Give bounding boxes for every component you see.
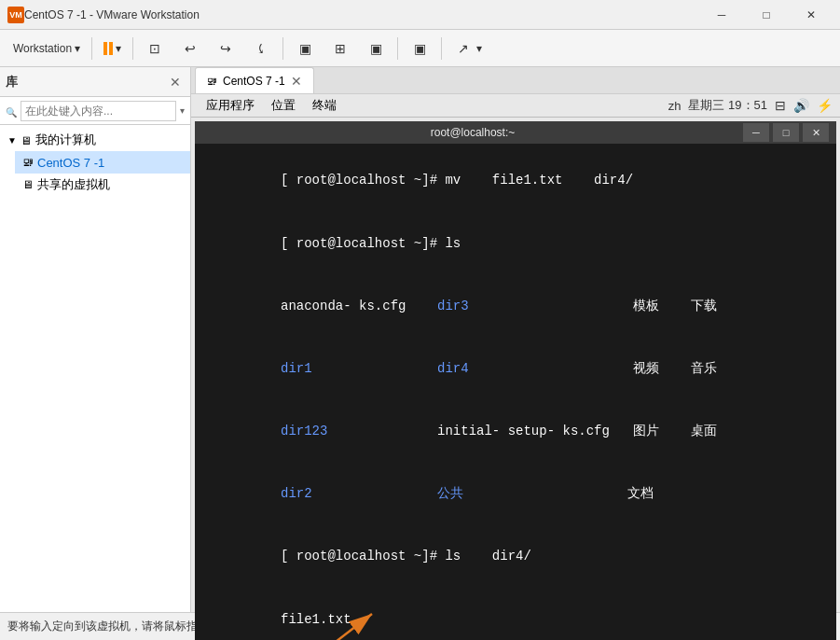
vm-area: 🖳 CentOS 7 -1 ✕ 应用程序 位置 终端 zh 星期三 19：51 … (191, 67, 840, 612)
sidebar-search-input[interactable] (21, 101, 176, 121)
shared-icon: 🖥 (22, 178, 34, 191)
terminal-content[interactable]: [ root@localhost ~]# mv file1.txt dir4/ … (195, 144, 836, 640)
sidebar-title: 库 (6, 74, 18, 90)
workstation-menu[interactable]: Workstation ▾ (7, 34, 86, 63)
term-line-5: dir123 initial- setup- ks.cfg 图片 桌面 (202, 400, 829, 463)
view-unity-button[interactable]: ⊞ (324, 34, 356, 63)
enter-fullscreen-dropdown: ▾ (476, 42, 482, 55)
term-line-2: [ root@localhost ~]# ls (202, 212, 829, 274)
terminal-maximize-btn[interactable]: □ (773, 123, 799, 142)
fullscreen-icon: ▣ (295, 38, 315, 59)
terminal-window[interactable]: root@localhost:~ ─ □ ✕ [ root@localhost … (195, 121, 836, 640)
tab-vm-icon: 🖳 (207, 76, 217, 87)
toolbar-separator-4 (397, 37, 398, 60)
sidebar: 库 ✕ ▾ ▼ 我的计算机 🖳 CentOS 7 -1 🖥 共享的虚拟机 (0, 67, 191, 612)
term-line-7: [ root@localhost ~]# ls dir4/ (202, 525, 829, 588)
terminal-close-btn[interactable]: ✕ (803, 123, 829, 142)
workstation-dropdown-icon: ▾ (75, 42, 80, 55)
minimize-button[interactable]: ─ (700, 0, 743, 30)
send-ctrlaltdel-button[interactable]: ⊡ (139, 34, 171, 63)
view-fullscreen-button[interactable]: ▣ (289, 34, 321, 63)
expand-icon: ▼ (7, 135, 17, 146)
pause-dropdown-icon: ▾ (116, 42, 121, 55)
vm-datetime: 星期三 19：51 (688, 97, 767, 114)
term-line-4: dir1 dir4 视频 音乐 (202, 338, 829, 400)
monitor-icon (21, 133, 32, 147)
term-line-8: file1.txt (202, 588, 829, 640)
terminal-titlebar: root@localhost:~ ─ □ ✕ (195, 121, 836, 144)
unity-icon: ⊞ (330, 38, 351, 59)
vm-menu-apps[interactable]: 应用程序 (199, 94, 262, 117)
enter-fullscreen-icon: ↗ (453, 38, 474, 59)
view-icon: ▣ (365, 38, 386, 59)
network-icon: ⊟ (775, 98, 786, 113)
sidebar-search-bar: ▾ (0, 97, 190, 125)
view-button[interactable]: ▣ (360, 34, 392, 63)
maximize-button[interactable]: □ (745, 0, 788, 30)
sidebar-item-my-computer[interactable]: ▼ 我的计算机 (0, 129, 190, 151)
my-computer-label: 我的计算机 (35, 132, 96, 148)
search-icon (6, 103, 17, 119)
manage-snapshots-button[interactable]: ⤹ (245, 34, 277, 63)
vm-icon: 🖳 (22, 156, 34, 169)
term-line-1: [ root@localhost ~]# mv file1.txt dir4/ (202, 149, 829, 212)
toolbar-separator-3 (282, 37, 283, 60)
shared-vms-label: 共享的虚拟机 (37, 176, 110, 193)
manage-snapshot-icon: ⤹ (251, 38, 271, 59)
tab-bar: 🖳 CentOS 7 -1 ✕ (191, 67, 840, 94)
window-controls: ─ □ ✕ (700, 0, 833, 30)
volume-icon: 🔊 (793, 98, 809, 113)
snapshot-icon: ↪ (215, 38, 236, 59)
main-container: 库 ✕ ▾ ▼ 我的计算机 🖳 CentOS 7 -1 🖥 共享的虚拟机 (0, 67, 840, 612)
console-icon: ▣ (409, 38, 430, 59)
enter-fullscreen-button[interactable]: ↗ ▾ (448, 34, 488, 63)
close-button[interactable]: ✕ (790, 0, 833, 30)
vm-menu-location[interactable]: 位置 (264, 94, 303, 117)
pause-button[interactable]: ▾ (98, 34, 127, 63)
term-line-6: dir2 公共 文档 (202, 463, 829, 525)
terminal-title-text: root@localhost:~ (202, 126, 743, 139)
toolbar-separator-1 (91, 37, 92, 60)
power-icon: ⚡ (817, 98, 833, 113)
workstation-label: Workstation (13, 42, 72, 55)
title-bar-text: CentOS 7 -1 - VMware Workstation (24, 8, 700, 21)
toolbar-separator-5 (441, 37, 442, 60)
tab-close-icon[interactable]: ✕ (291, 75, 302, 88)
monitor-icon: ⊡ (145, 38, 165, 59)
sidebar-close-button[interactable]: ✕ (166, 73, 185, 91)
vm-menubar: 应用程序 位置 终端 zh 星期三 19：51 ⊟ 🔊 ⚡ (191, 94, 840, 118)
toolbar: Workstation ▾ ▾ ⊡ ↩ ↪ ⤹ ▣ ⊞ ▣ ▣ ↗ ▾ (0, 30, 840, 67)
centos-label: CentOS 7 -1 (37, 156, 104, 170)
snapshot-button[interactable]: ↪ (210, 34, 241, 63)
console-view-button[interactable]: ▣ (404, 34, 435, 63)
terminal-window-controls: ─ □ ✕ (743, 123, 829, 142)
title-bar: VM CentOS 7 -1 - VMware Workstation ─ □ … (0, 0, 840, 30)
sidebar-item-centos[interactable]: 🖳 CentOS 7 -1 (15, 151, 190, 174)
sidebar-item-shared-vms[interactable]: 🖥 共享的虚拟机 (15, 174, 190, 196)
sidebar-header: 库 ✕ (0, 67, 190, 97)
vm-menu-terminal[interactable]: 终端 (305, 94, 344, 117)
centos-tab[interactable]: 🖳 CentOS 7 -1 ✕ (195, 67, 314, 93)
revert-icon: ↩ (180, 38, 200, 59)
sidebar-tree: ▼ 我的计算机 🖳 CentOS 7 -1 🖥 共享的虚拟机 (0, 125, 190, 200)
search-dropdown-icon[interactable]: ▾ (180, 105, 185, 116)
app-icon: VM (7, 7, 24, 23)
toolbar-separator-2 (132, 37, 133, 60)
revert-button[interactable]: ↩ (174, 34, 206, 63)
vm-menubar-right: zh 星期三 19：51 ⊟ 🔊 ⚡ (668, 97, 833, 114)
sidebar-tree-children: 🖳 CentOS 7 -1 🖥 共享的虚拟机 (0, 151, 190, 196)
term-line-3: anaconda- ks.cfg dir3 模板 下载 (202, 274, 829, 337)
terminal-minimize-btn[interactable]: ─ (743, 123, 769, 142)
pause-icon (103, 42, 113, 55)
vm-lang: zh (668, 99, 682, 113)
tab-label: CentOS 7 -1 (223, 75, 285, 88)
